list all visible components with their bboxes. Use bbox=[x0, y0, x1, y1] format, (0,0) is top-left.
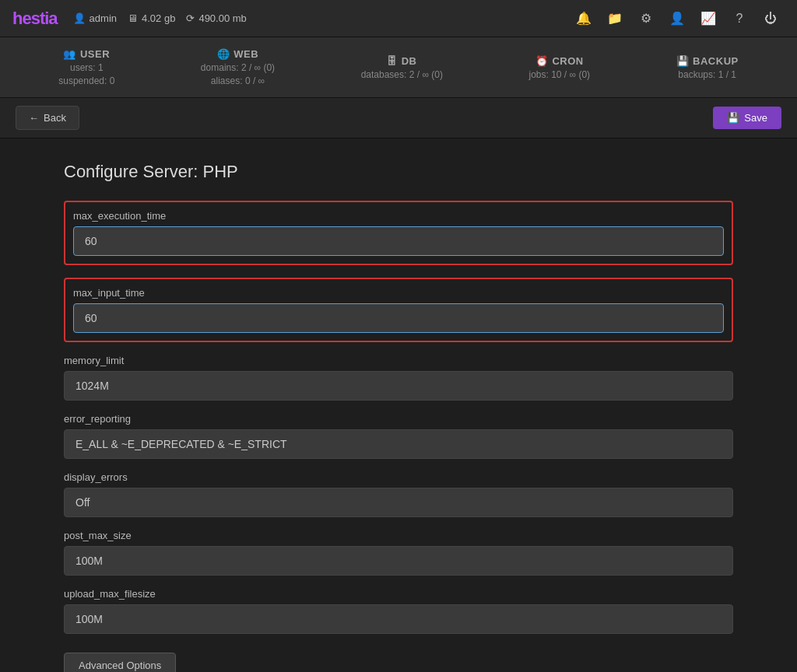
input-upload-max-filesize[interactable] bbox=[64, 604, 733, 634]
field-display-errors-group: display_errors bbox=[64, 471, 733, 517]
input-error-reporting[interactable] bbox=[64, 429, 733, 459]
stat-cron-detail-0: jobs: 10 / ∞ (0) bbox=[528, 69, 590, 80]
label-memory-limit: memory_limit bbox=[64, 355, 733, 366]
stat-user-title: 👥 USER bbox=[58, 48, 114, 60]
field-upload-max-filesize-group: upload_max_filesize bbox=[64, 588, 733, 634]
arrow-left-icon: ← bbox=[29, 112, 39, 124]
stat-db-detail-0: databases: 2 / ∞ (0) bbox=[361, 69, 443, 80]
memory-icon: ⟳ bbox=[186, 12, 195, 24]
field-max-execution-time-group: max_execution_time bbox=[64, 201, 733, 265]
topbar-icon-group: 🔔 📁 ⚙ 👤 📈 ? ⏻ bbox=[570, 5, 785, 33]
gear-icon-button[interactable]: ⚙ bbox=[632, 5, 660, 33]
stat-backup-detail-0: backups: 1 / 1 bbox=[676, 69, 739, 80]
stat-cron-title: ⏰ CRON bbox=[528, 55, 590, 67]
label-upload-max-filesize: upload_max_filesize bbox=[64, 588, 733, 600]
label-display-errors: display_errors bbox=[64, 471, 733, 483]
users-icon: 👥 bbox=[63, 48, 76, 60]
actionbar: ← Back 💾 Save bbox=[0, 98, 797, 138]
stat-user: 👥 USER users: 1 suspended: 0 bbox=[58, 48, 114, 86]
logo-accent: h bbox=[12, 9, 22, 28]
stat-web: 🌐 WEB domains: 2 / ∞ (0) aliases: 0 / ∞ bbox=[201, 48, 275, 86]
topbar-memory: ⟳ 490.00 mb bbox=[186, 12, 246, 24]
input-post-max-size[interactable] bbox=[64, 546, 733, 576]
stat-db-title: 🗄 DB bbox=[361, 55, 443, 67]
advanced-options-button[interactable]: Advanced Options bbox=[64, 653, 176, 672]
bell-icon-button[interactable]: 🔔 bbox=[570, 5, 598, 33]
globe-icon: 🌐 bbox=[217, 48, 230, 60]
input-max-execution-time[interactable] bbox=[73, 226, 724, 256]
chart-icon-button[interactable]: 📈 bbox=[694, 5, 722, 33]
label-error-reporting: error_reporting bbox=[64, 413, 733, 425]
folder-icon-button[interactable]: 📁 bbox=[601, 5, 629, 33]
stat-db: 🗄 DB databases: 2 / ∞ (0) bbox=[361, 55, 443, 80]
user-circle-icon-button[interactable]: 👤 bbox=[663, 5, 691, 33]
topbar-user-info: 👤 admin 🖥 4.02 gb ⟳ 490.00 mb bbox=[73, 12, 570, 24]
field-post-max-size-group: post_max_size bbox=[64, 530, 733, 576]
user-icon: 👤 bbox=[73, 12, 86, 24]
stat-cron: ⏰ CRON jobs: 10 / ∞ (0) bbox=[528, 55, 590, 80]
label-max-input-time: max_input_time bbox=[73, 287, 724, 299]
stat-web-detail-1: aliases: 0 / ∞ bbox=[201, 75, 275, 86]
input-display-errors[interactable] bbox=[64, 488, 733, 517]
stat-backup-title: 💾 BACKUP bbox=[676, 55, 739, 67]
stat-web-title: 🌐 WEB bbox=[201, 48, 275, 60]
stat-backup: 💾 BACKUP backups: 1 / 1 bbox=[676, 55, 739, 80]
field-max-input-time-group: max_input_time bbox=[64, 278, 733, 342]
topbar-disk: 🖥 4.02 gb bbox=[128, 12, 175, 24]
stat-user-detail-0: users: 1 bbox=[58, 62, 114, 73]
label-max-execution-time: max_execution_time bbox=[73, 210, 724, 222]
clock-icon: ⏰ bbox=[535, 55, 549, 67]
question-icon-button[interactable]: ? bbox=[725, 5, 753, 33]
logout-icon-button[interactable]: ⏻ bbox=[757, 5, 785, 33]
page-title: Configure Server: PHP bbox=[64, 162, 733, 182]
save-icon: 💾 bbox=[727, 112, 739, 124]
disk-icon: 🖥 bbox=[128, 12, 138, 24]
db-icon: 🗄 bbox=[387, 55, 398, 67]
main-content: Configure Server: PHP max_execution_time… bbox=[48, 138, 749, 672]
input-memory-limit[interactable] bbox=[64, 371, 733, 401]
app-logo: hestia bbox=[12, 9, 58, 29]
topbar-user: 👤 admin bbox=[73, 12, 117, 24]
label-post-max-size: post_max_size bbox=[64, 530, 733, 541]
backup-icon: 💾 bbox=[676, 55, 690, 67]
statsbar: 👥 USER users: 1 suspended: 0 🌐 WEB domai… bbox=[0, 37, 797, 98]
stat-user-detail-1: suspended: 0 bbox=[58, 75, 114, 86]
field-error-reporting-group: error_reporting bbox=[64, 413, 733, 459]
stat-web-detail-0: domains: 2 / ∞ (0) bbox=[201, 62, 275, 73]
field-memory-limit-group: memory_limit bbox=[64, 355, 733, 401]
save-button[interactable]: 💾 Save bbox=[713, 107, 781, 129]
topbar: hestia 👤 admin 🖥 4.02 gb ⟳ 490.00 mb 🔔 📁… bbox=[0, 0, 797, 37]
input-max-input-time[interactable] bbox=[73, 303, 724, 333]
back-button[interactable]: ← Back bbox=[16, 106, 79, 130]
